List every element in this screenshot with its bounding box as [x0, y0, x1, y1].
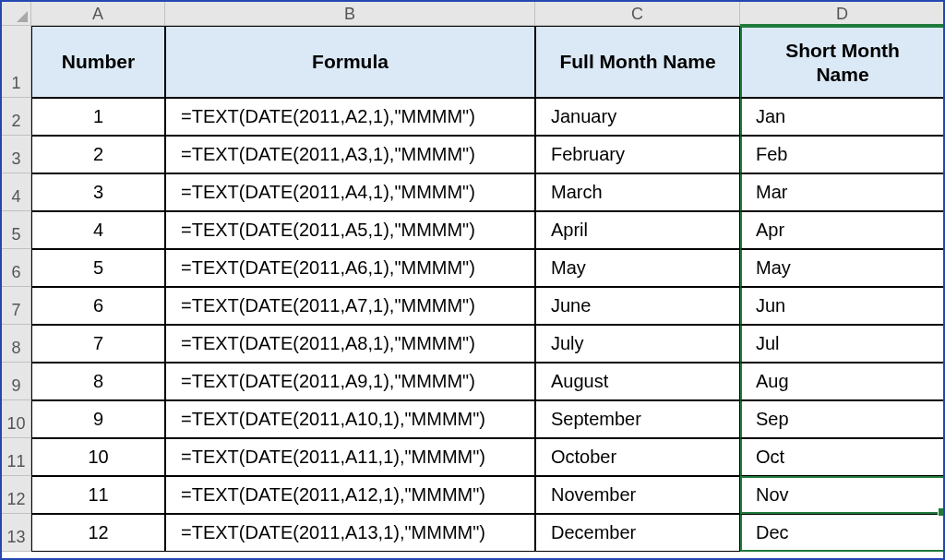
col-header-d[interactable]: D	[740, 2, 945, 26]
cell-d9[interactable]: Aug	[740, 363, 945, 400]
col-header-c[interactable]: C	[535, 2, 740, 26]
cell-a4[interactable]: 3	[31, 173, 165, 211]
row-header-5[interactable]: 5	[2, 211, 31, 249]
cell-a1[interactable]: Number	[31, 26, 165, 98]
cell-b9[interactable]: =TEXT(DATE(2011,A9,1),"MMMM")	[165, 363, 535, 400]
cell-d6[interactable]: May	[740, 249, 945, 287]
spreadsheet-grid: A B C D 1 Number Formula Full Month Name…	[2, 2, 943, 552]
cell-b3[interactable]: =TEXT(DATE(2011,A3,1),"MMMM")	[165, 136, 535, 173]
row-header-9[interactable]: 9	[2, 363, 31, 400]
cell-a11[interactable]: 10	[31, 438, 165, 476]
cell-c9[interactable]: August	[535, 363, 740, 400]
cell-b10[interactable]: =TEXT(DATE(2011,A10,1),"MMMM")	[165, 400, 535, 438]
cell-b5[interactable]: =TEXT(DATE(2011,A5,1),"MMMM")	[165, 211, 535, 249]
cell-b8[interactable]: =TEXT(DATE(2011,A8,1),"MMMM")	[165, 325, 535, 363]
col-header-b[interactable]: B	[165, 2, 535, 26]
cell-d5[interactable]: Apr	[740, 211, 945, 249]
cell-b11[interactable]: =TEXT(DATE(2011,A11,1),"MMMM")	[165, 438, 535, 476]
cell-a6[interactable]: 5	[31, 249, 165, 287]
cell-b13[interactable]: =TEXT(DATE(2011,A13,1),"MMMM")	[165, 514, 535, 552]
cell-a9[interactable]: 8	[31, 363, 165, 400]
cell-c10[interactable]: September	[535, 400, 740, 438]
cell-b7[interactable]: =TEXT(DATE(2011,A7,1),"MMMM")	[165, 287, 535, 325]
cell-d8[interactable]: Jul	[740, 325, 945, 363]
row-header-12[interactable]: 12	[2, 476, 31, 514]
row-header-4[interactable]: 4	[2, 173, 31, 211]
cell-a10[interactable]: 9	[31, 400, 165, 438]
cell-c4[interactable]: March	[535, 173, 740, 211]
cell-c5[interactable]: April	[535, 211, 740, 249]
row-header-7[interactable]: 7	[2, 287, 31, 325]
cell-c11[interactable]: October	[535, 438, 740, 476]
col-header-a[interactable]: A	[31, 2, 165, 26]
cell-d11[interactable]: Oct	[740, 438, 945, 476]
cell-a2[interactable]: 1	[31, 98, 165, 136]
select-all-corner[interactable]	[2, 2, 31, 26]
row-header-1[interactable]: 1	[2, 26, 31, 98]
cell-d7[interactable]: Jun	[740, 287, 945, 325]
row-header-2[interactable]: 2	[2, 98, 31, 136]
cell-a8[interactable]: 7	[31, 325, 165, 363]
cell-a12[interactable]: 11	[31, 476, 165, 514]
cell-a3[interactable]: 2	[31, 136, 165, 173]
cell-d3[interactable]: Feb	[740, 136, 945, 173]
cell-d1[interactable]: Short Month Name	[740, 26, 945, 98]
cell-c6[interactable]: May	[535, 249, 740, 287]
row-header-8[interactable]: 8	[2, 325, 31, 363]
cell-a7[interactable]: 6	[31, 287, 165, 325]
cell-b1[interactable]: Formula	[165, 26, 535, 98]
row-header-3[interactable]: 3	[2, 136, 31, 173]
row-header-11[interactable]: 11	[2, 438, 31, 476]
cell-c12[interactable]: November	[535, 476, 740, 514]
cell-d12[interactable]: Nov	[740, 476, 945, 514]
cell-c7[interactable]: June	[535, 287, 740, 325]
cell-b6[interactable]: =TEXT(DATE(2011,A6,1),"MMMM")	[165, 249, 535, 287]
cell-b4[interactable]: =TEXT(DATE(2011,A4,1),"MMMM")	[165, 173, 535, 211]
cell-d13[interactable]: Dec	[740, 514, 945, 552]
cell-c8[interactable]: July	[535, 325, 740, 363]
row-header-10[interactable]: 10	[2, 400, 31, 438]
cell-c2[interactable]: January	[535, 98, 740, 136]
cell-a13[interactable]: 12	[31, 514, 165, 552]
row-header-6[interactable]: 6	[2, 249, 31, 287]
cell-d4[interactable]: Mar	[740, 173, 945, 211]
row-header-13[interactable]: 13	[2, 514, 31, 552]
cell-d2[interactable]: Jan	[740, 98, 945, 136]
cell-d10[interactable]: Sep	[740, 400, 945, 438]
cell-c13[interactable]: December	[535, 514, 740, 552]
cell-c3[interactable]: February	[535, 136, 740, 173]
cell-c1[interactable]: Full Month Name	[535, 26, 740, 98]
cell-b2[interactable]: =TEXT(DATE(2011,A2,1),"MMMM")	[165, 98, 535, 136]
cell-b12[interactable]: =TEXT(DATE(2011,A12,1),"MMMM")	[165, 476, 535, 514]
cell-a5[interactable]: 4	[31, 211, 165, 249]
